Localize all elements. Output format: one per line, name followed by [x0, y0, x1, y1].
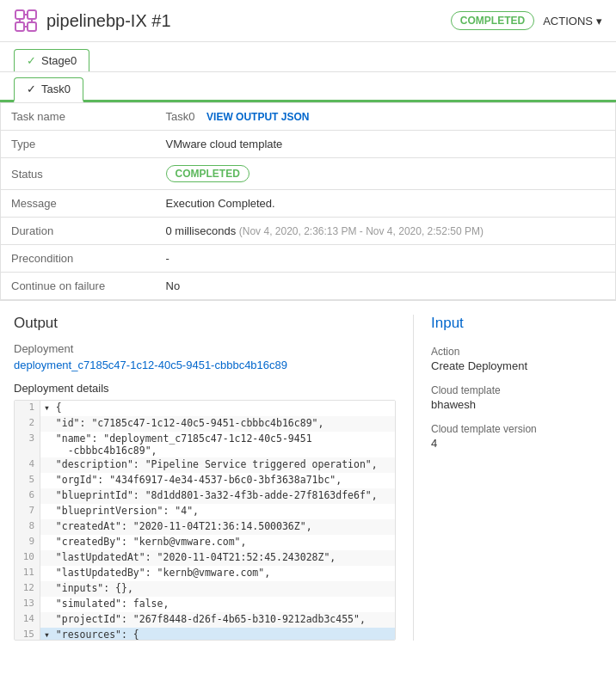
duration-text: 0 milliseconds — [166, 224, 237, 237]
input-column: Input Action Create Deployment Cloud tem… — [413, 315, 602, 641]
json-viewer: 1▾ {2 "id": "c7185c47-1c12-40c5-9451-cbb… — [14, 400, 396, 641]
output-input-section: Output Deployment deployment_c7185c47-1c… — [0, 300, 616, 654]
line-content: "createdBy": "kernb@vmware.com", — [40, 535, 249, 550]
line-content: ▾ "resources": { — [40, 628, 143, 641]
line-number: 9 — [15, 535, 40, 550]
line-content: "orgId": "434f6917-4e34-4537-b6c0-3bf363… — [40, 473, 345, 488]
page-header: pipelinebp-IX #1 COMPLETED ACTIONS ▾ — [0, 0, 616, 42]
line-number: 14 — [15, 612, 40, 628]
duration-note: (Nov 4, 2020, 2:36:13 PM - Nov 4, 2020, … — [239, 225, 484, 237]
task-tabs: ✓ Task0 — [0, 72, 616, 102]
stage0-tab[interactable]: ✓ Stage0 — [14, 49, 89, 71]
status-badge: COMPLETED — [451, 11, 534, 30]
line-content: "lastUpdatedBy": "kernb@vmware.com", — [40, 566, 274, 581]
pipeline-icon — [14, 9, 38, 33]
action-value: Create Deployment — [431, 359, 602, 372]
deployment-details-label: Deployment details — [14, 382, 396, 395]
check-icon: ✓ — [27, 83, 36, 95]
line-content: "id": "c7185c47-1c12-40c5-9451-cbbbc4b16… — [40, 416, 327, 432]
task0-tab[interactable]: ✓ Task0 — [14, 77, 83, 102]
status-label: Status — [1, 158, 156, 190]
line-number: 7 — [15, 504, 40, 519]
svg-rect-1 — [28, 10, 36, 19]
line-number: 2 — [15, 416, 40, 432]
line-content: "simulated": false, — [40, 597, 172, 612]
view-output-link[interactable]: VIEW OUTPUT JSON — [206, 111, 309, 123]
line-number: 1 — [15, 401, 40, 416]
line-number: 13 — [15, 597, 40, 612]
line-number: 12 — [15, 581, 40, 597]
action-label: Action — [431, 346, 602, 358]
duration-value: 0 milliseconds (Nov 4, 2020, 2:36:13 PM … — [156, 218, 616, 245]
precondition-value: - — [156, 245, 616, 273]
actions-button[interactable]: ACTIONS ▾ — [543, 15, 602, 28]
status-badge: COMPLETED — [166, 165, 249, 182]
cloud-template-label: Cloud template — [431, 384, 602, 396]
line-content: "createdAt": "2020-11-04T21:36:14.500036… — [40, 519, 316, 535]
line-content: ▾ { — [40, 401, 65, 416]
deployment-link[interactable]: deployment_c7185c47-1c12-40c5-9451-cbbbc… — [14, 359, 396, 371]
line-content: "blueprintVersion": "4", — [40, 504, 202, 519]
deployment-label: Deployment — [14, 342, 396, 355]
message-label: Message — [1, 190, 156, 218]
continue-row: Continue on failure No — [1, 273, 616, 300]
cloud-template-version-label: Cloud template version — [431, 423, 602, 435]
message-row: Message Execution Completed. — [1, 190, 616, 218]
type-label: Type — [1, 131, 156, 158]
task-name-label: Task name — [1, 103, 156, 131]
page-title: pipelinebp-IX #1 — [46, 11, 442, 31]
input-title: Input — [431, 315, 602, 332]
line-content: "description": "Pipeline Service trigger… — [40, 457, 381, 473]
task-name-value: Task0 VIEW OUTPUT JSON — [156, 103, 616, 131]
line-number: 3 — [15, 432, 40, 457]
precondition-row: Precondition - — [1, 245, 616, 273]
line-number: 6 — [15, 488, 40, 504]
line-content: "projectId": "267f8448-d26f-4b65-b310-92… — [40, 612, 369, 628]
line-number: 10 — [15, 550, 40, 566]
stage-tabs: ✓ Stage0 — [0, 42, 616, 72]
type-value: VMware cloud template — [156, 131, 616, 158]
line-content: "inputs": {}, — [40, 581, 137, 597]
task-name-link[interactable]: Task0 — [166, 110, 195, 123]
check-icon: ✓ — [27, 54, 36, 67]
line-content: "blueprintId": "8d1dd801-3a32-4f3b-adde-… — [40, 488, 381, 504]
continue-value: No — [156, 273, 616, 300]
line-number: 8 — [15, 519, 40, 535]
details-table: Task name Task0 VIEW OUTPUT JSON Type VM… — [0, 102, 616, 300]
line-content: "name": "deployment_c7185c47-1c12-40c5-9… — [40, 432, 316, 457]
continue-label: Continue on failure — [1, 273, 156, 300]
line-number: 11 — [15, 566, 40, 581]
svg-rect-3 — [28, 22, 36, 31]
line-number: 5 — [15, 473, 40, 488]
status-value: COMPLETED — [156, 158, 616, 190]
line-number: 4 — [15, 457, 40, 473]
svg-rect-2 — [15, 22, 24, 31]
line-number: 15 — [15, 628, 40, 641]
duration-row: Duration 0 milliseconds (Nov 4, 2020, 2:… — [1, 218, 616, 245]
task-name-row: Task name Task0 VIEW OUTPUT JSON — [1, 103, 616, 131]
duration-label: Duration — [1, 218, 156, 245]
type-row: Type VMware cloud template — [1, 131, 616, 158]
svg-rect-0 — [15, 10, 24, 19]
output-column: Output Deployment deployment_c7185c47-1c… — [14, 315, 413, 641]
status-row: Status COMPLETED — [1, 158, 616, 190]
line-content: "lastUpdatedAt": "2020-11-04T21:52:45.24… — [40, 550, 339, 566]
chevron-down-icon: ▾ — [596, 15, 602, 28]
cloud-template-value: bhawesh — [431, 398, 602, 411]
output-title: Output — [14, 315, 396, 332]
precondition-label: Precondition — [1, 245, 156, 273]
message-value: Execution Completed. — [156, 190, 616, 218]
cloud-template-version-value: 4 — [431, 437, 602, 450]
